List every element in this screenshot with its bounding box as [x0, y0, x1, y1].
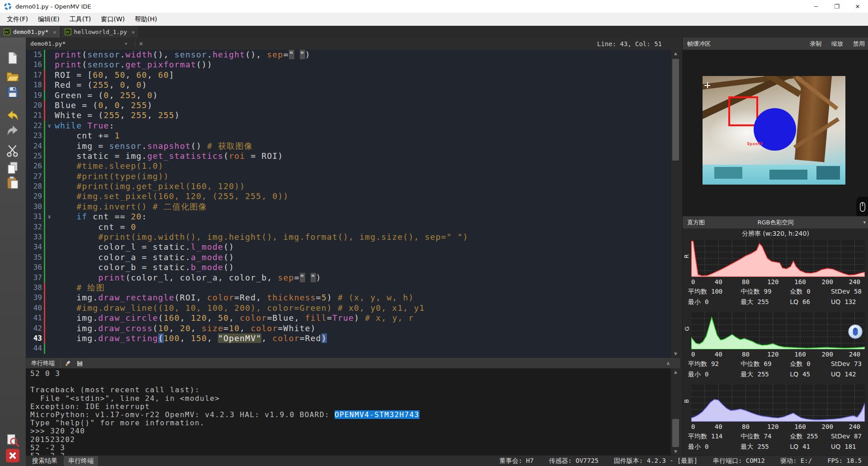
code-line-20[interactable]: 20Blue = (0, 0, 255) [26, 100, 670, 110]
code-line-38[interactable]: 38 # 绘图 [26, 283, 670, 293]
stat-G-UQ: UQ142 [831, 371, 866, 380]
search-file-button[interactable] [5, 432, 21, 448]
code-line-37[interactable]: 37 print(color_l, color_a, color_b, sep=… [26, 273, 670, 283]
code-line-24[interactable]: 24 img = sensor.snapshot() # 获取图像 [26, 141, 670, 151]
clear-terminal-icon[interactable] [65, 360, 72, 367]
fold-icon[interactable]: ∨ [45, 212, 53, 222]
svg-text:PC: PC [5, 30, 9, 34]
code-line-43[interactable]: 43 img.draw_string(100, 150, "OpenMV", c… [26, 333, 670, 343]
mouse-cursor-icon [848, 324, 863, 339]
code-line-35[interactable]: 35 color_a = static.a_mode() [26, 252, 670, 262]
serial-terminal-output[interactable]: 52 0 3 Traceback (most recent call last)… [26, 368, 670, 455]
code-line-16[interactable]: 16print(sensor.get_pixformat()) [26, 60, 670, 70]
code-line-17[interactable]: 17ROI = [60, 50, 60, 60] [26, 70, 670, 80]
record-button[interactable]: 录制 [810, 40, 821, 48]
status-tab-search-results[interactable]: 搜索结果 [28, 456, 62, 466]
disable-button[interactable]: 禁用 [853, 40, 865, 48]
tab-helloworld_1-py[interactable]: PChelloworld_1.py✕ [61, 26, 139, 38]
save-file-button[interactable] [5, 84, 21, 100]
split-close-icon[interactable]: ✕ [135, 41, 143, 47]
menu-item[interactable]: 编辑(E) [33, 14, 65, 25]
scroll-down-icon[interactable]: ▼ [671, 448, 680, 455]
stat-R-最大: 最大255 [741, 298, 790, 308]
code-line-28[interactable]: 28 #print(img.get_pixel(160, 120)) [26, 181, 670, 191]
scroll-up-icon[interactable]: ▲ [671, 50, 680, 57]
terminal-scroll-thumb[interactable] [672, 419, 679, 447]
tab-label: demo01.py* [13, 29, 48, 35]
code-line-30[interactable]: 30 #img.invert() # 二值化图像 [26, 202, 670, 212]
stat-G-众数: 众数0 [790, 360, 831, 370]
colorspace-select[interactable]: RGB色彩空间 [683, 219, 868, 227]
stat-R-StDev: StDev58 [831, 288, 866, 298]
close-red-button[interactable] [5, 447, 21, 464]
line-number: 32 [26, 222, 42, 232]
maximize-button[interactable]: ❐ [826, 0, 847, 13]
fold-gutter [45, 80, 53, 90]
close-button[interactable]: ✕ [847, 0, 868, 13]
menu-item[interactable]: 窗口(W) [96, 14, 130, 25]
code-line-41[interactable]: 41 img.draw_circle(160, 120, 50, color=B… [26, 313, 670, 323]
code-text: img.draw_circle(160, 120, 50, color=Blue… [53, 313, 414, 323]
fold-icon[interactable]: ∨ [45, 121, 53, 131]
left-toolbar [0, 38, 26, 466]
histogram-chart-B [691, 385, 865, 422]
tab-close-icon[interactable]: ✕ [53, 29, 56, 35]
zoom-button[interactable]: 缩放 [831, 40, 843, 48]
code-line-23[interactable]: 23 cnt += 1 [26, 131, 670, 141]
mouse-control-button[interactable] [856, 197, 868, 218]
open-folder-button[interactable] [5, 68, 21, 85]
code-line-22[interactable]: 22∨while True: [26, 121, 670, 131]
menu-item[interactable]: 文件(F) [2, 14, 33, 25]
fold-gutter [45, 333, 53, 343]
undo-button[interactable] [5, 108, 21, 124]
cut-button[interactable] [5, 143, 21, 159]
tick-label: 240 [849, 351, 860, 358]
code-line-29[interactable]: 29 #img.set_pixel(160, 120, (255, 255, 0… [26, 191, 670, 201]
code-text: cnt += 1 [53, 131, 120, 141]
scroll-up-icon[interactable]: ▲ [671, 368, 680, 376]
code-line-34[interactable]: 34 color_l = static.l_mode() [26, 242, 670, 252]
menu-item[interactable]: 工具(T) [65, 14, 96, 25]
tick-label: 160 [794, 278, 806, 285]
code-line-31[interactable]: 31∨ if cnt == 20: [26, 212, 670, 222]
code-line-19[interactable]: 19Green = (0, 255, 0) [26, 90, 670, 100]
tick-label: 80 [742, 278, 750, 285]
editor-breadcrumb-bar: demo01.py* ▾ ✕ Line: 43, Col: 51 [26, 38, 680, 50]
code-line-44[interactable]: 44 [26, 343, 670, 353]
terminal-scrollbar[interactable]: ▲ ▼ [670, 368, 680, 455]
tab-close-icon[interactable]: ✕ [132, 29, 135, 35]
frame-buffer-view[interactable]: OpenMV [683, 50, 868, 216]
tick-label: 40 [715, 423, 722, 430]
scene-object [769, 170, 807, 180]
minimize-button[interactable]: ─ [806, 0, 826, 13]
scroll-down-icon[interactable]: ▼ [671, 350, 680, 357]
code-text: #img.set_pixel(160, 120, (255, 255, 0)) [53, 191, 289, 201]
code-line-36[interactable]: 36 color_b = static.b_mode() [26, 262, 670, 272]
code-line-26[interactable]: 26 #time.sleep(1.0) [26, 161, 670, 171]
file-combo[interactable]: demo01.py* ▾ [28, 39, 130, 48]
code-line-21[interactable]: 21White = (255, 255, 255) [26, 110, 670, 120]
editor-scrollbar[interactable]: ▲ ▼ [670, 50, 680, 357]
code-line-39[interactable]: 39 img.draw_rectangle(ROI, color=Red, th… [26, 293, 670, 303]
menu-item[interactable]: 帮助(H) [130, 14, 162, 25]
line-number: 38 [26, 283, 42, 293]
tab-demo01-py-[interactable]: PCdemo01.py*✕ [0, 26, 61, 38]
new-file-button[interactable] [5, 50, 21, 66]
editor-scroll-thumb[interactable] [672, 59, 679, 161]
code-line-18[interactable]: 18Red = (255, 0, 0) [26, 80, 670, 90]
copy-button[interactable] [5, 160, 21, 176]
code-line-15[interactable]: 15print(sensor.width(), sensor.height(),… [26, 50, 670, 60]
code-editor[interactable]: 15print(sensor.width(), sensor.height(),… [26, 50, 670, 357]
code-line-25[interactable]: 25 static = img.get_statistics(roi = ROI… [26, 151, 670, 161]
code-line-42[interactable]: 42 img.draw_cross(10, 20, size=10, color… [26, 323, 670, 333]
collapse-panel-icon[interactable]: ∧ [666, 361, 670, 366]
paste-button[interactable] [5, 175, 21, 191]
status-tab-serial-terminal[interactable]: 串行终端 [64, 456, 98, 466]
code-line-32[interactable]: 32 cnt = 0 [26, 222, 670, 232]
code-line-40[interactable]: 40 #img.draw_line((10, 10, 100, 200), co… [26, 303, 670, 313]
fold-gutter [45, 90, 53, 100]
code-line-33[interactable]: 33 #print(img.width(), img.height(), img… [26, 232, 670, 242]
save-log-icon[interactable] [76, 360, 83, 367]
code-line-27[interactable]: 27 #print(type(img)) [26, 171, 670, 181]
redo-button[interactable] [5, 123, 21, 139]
